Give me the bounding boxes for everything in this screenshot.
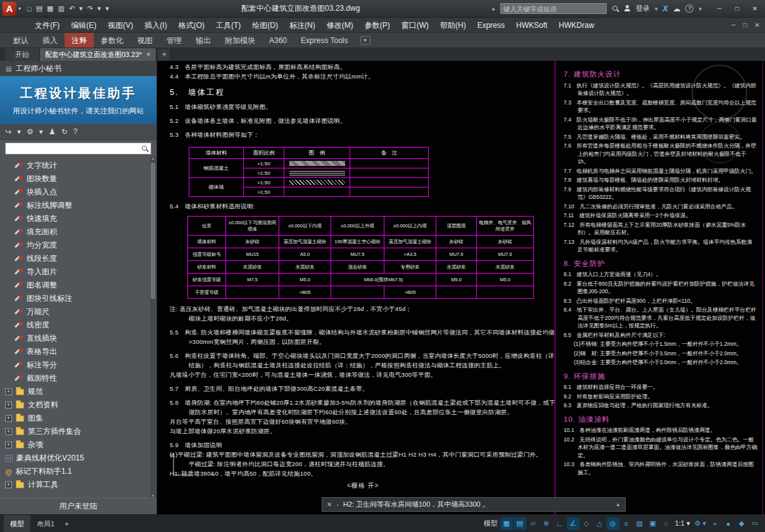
dynamic-input-icon[interactable]: ⊕ [540,517,553,530]
clean-screen-icon[interactable]: ▭ [749,517,761,530]
sign-in-caret-icon[interactable]: ▾ [655,6,658,12]
annotation-monitor-icon[interactable]: + [709,517,721,530]
tree-folder-item[interactable]: + 文档资料 [0,398,156,412]
tree-tool-item[interactable]: 直线插块 [0,332,156,345]
redo-caret-icon[interactable]: ▾ [98,4,101,13]
menu-item[interactable]: 文件(F) [29,18,65,33]
expand-plus-icon[interactable]: + [5,481,12,488]
menu-item[interactable]: 参数(P) [359,18,396,33]
settings-caret-icon[interactable]: ▾ [39,127,43,136]
user-login-icon[interactable]: ♟ [49,127,56,136]
plot-icon[interactable]: ▥ [58,4,64,13]
open-file-icon[interactable]: ▤ [36,4,42,13]
tree-folder-item[interactable]: + 杂项 [0,438,156,452]
selection-cycling-icon[interactable]: ▣ [647,517,659,530]
scroll-down-icon[interactable]: ▼ [150,494,156,498]
isolate-objects-icon[interactable]: ● [722,517,735,530]
tree-tool-item[interactable]: 线段长度 [0,252,156,265]
tree-folder-calc[interactable]: + 计算工具 [0,478,156,491]
isometric-drafting-icon[interactable]: ◇ [580,517,593,530]
tree-tool-item[interactable]: 填充面积 [0,225,156,239]
workspace-gear-button[interactable]: ⚙ ▾ [693,517,708,530]
tree-tool-item[interactable]: 图块引线标注 [0,292,156,305]
new-file-icon[interactable]: □ [27,5,32,13]
tree-tool-item[interactable]: 标注等分 [0,358,156,372]
menu-item[interactable]: 编辑(E) [65,18,102,33]
qat-dropdown-icon[interactable]: ▾ [105,4,109,13]
ortho-mode-icon[interactable]: ∟ [553,517,566,530]
close-button[interactable]: ✕ [746,2,764,16]
command-input[interactable]: H2: 卫生间等有水房间墙100，其中墙高3300 。 [343,500,611,509]
graphics-performance-icon[interactable]: ◆ [735,517,748,530]
lineweight-icon[interactable]: ≡ [620,517,633,530]
sidebar-banner[interactable]: 工程设计最佳助手 用设计师小秘书软件，请关注我们的网站 [0,76,156,124]
menu-item[interactable]: HWKSoft [510,18,553,33]
scroll-up-icon[interactable]: ▲ [150,156,156,160]
sidebar-scrollbar[interactable]: ▲ ▼ [150,156,156,498]
minimize-button[interactable]: ─ [711,2,728,16]
tab-drawing[interactable]: 配套中心建筑立面改造图03.23* ✕ [40,48,156,61]
doc-minimize-button[interactable]: ─ [731,22,735,28]
tree-tool-item[interactable]: 导入图片 [0,265,156,279]
doc-close-button[interactable]: ✕ [755,22,760,28]
tree-tool-item[interactable]: 均分宽度 [0,239,156,252]
undo-caret-icon[interactable]: ▾ [79,4,83,13]
menu-item[interactable]: 修改(M) [321,18,359,33]
ribbon-tab[interactable]: Express Tools [294,33,355,48]
menu-item[interactable]: HWKDraw [553,18,600,33]
help-icon[interactable]: ? [73,127,78,136]
layout-tab[interactable]: 布局1 [30,515,61,532]
tab-close-icon[interactable]: ✕ [146,51,151,58]
ribbon-tab[interactable]: 参数化 [94,33,130,48]
tree-tool-item[interactable]: 图名调整 [0,279,156,292]
object-snap-icon[interactable]: ◎ [607,517,619,530]
tree-folder-item[interactable]: + 第三方插件集合 [0,425,156,438]
ribbon-tab[interactable]: 管理 [160,33,189,48]
command-history-caret-icon[interactable]: ▲ [616,502,621,507]
object-snap-tracking-icon[interactable]: △ [593,517,606,530]
menu-item[interactable]: 视图(V) [102,18,139,33]
tree-tool-item[interactable]: 标注线脚调整 [0,199,156,212]
doc-restore-button[interactable]: □ [743,22,747,28]
a360-x-icon[interactable]: X [662,4,667,13]
ribbon-collapse-button[interactable]: ▾ [360,36,370,45]
ribbon-tab[interactable]: 视图 [130,33,160,48]
help-search-box[interactable] [500,3,607,14]
scrollbar-thumb[interactable] [151,163,155,299]
tree-tool-item[interactable]: 截面特性 [0,372,156,385]
expand-plus-icon[interactable]: + [5,428,12,435]
expand-plus-icon[interactable]: + [5,388,12,395]
ribbon-tab[interactable]: 默认 [6,33,35,48]
plugin-search-input[interactable] [8,144,141,152]
app-logo-button[interactable]: A ▾ [0,0,25,18]
ribbon-tab[interactable]: 附加模块 [218,33,262,48]
dock-toggle-icon[interactable]: ↪ [5,127,11,136]
settings-gear-icon[interactable]: ⚙ [27,127,34,136]
snap-mode-icon[interactable]: ▤ [514,517,526,530]
command-line-bar[interactable]: ✕ - H2: 卫生间等有水房间墙100，其中墙高3300 。 ▲ [322,497,626,512]
cloud-icon[interactable]: ☁ [673,4,680,13]
model-space-button[interactable]: 模型 [482,517,500,530]
layout-tab[interactable]: + [61,515,72,532]
help-icon[interactable]: ? [685,4,693,13]
tree-folder-item[interactable]: + 图集 [0,412,156,425]
tree-tool-item[interactable]: 表格导出 [0,345,156,358]
redo-icon[interactable]: ↷ [87,4,93,13]
save-icon[interactable]: ▦ [47,4,53,13]
help-caret-icon[interactable]: ▾ [699,6,702,12]
menu-item[interactable]: Express [472,18,510,33]
menu-item[interactable]: 工具(T) [210,18,246,33]
menu-item[interactable]: 插入(I) [139,18,172,33]
menu-item[interactable]: 帮助(H) [434,18,472,33]
expand-plus-icon[interactable]: + [5,402,12,408]
menu-item[interactable]: 窗口(W) [396,18,434,33]
tree-tool-item[interactable]: 文字统计 [0,159,156,172]
ribbon-tab[interactable]: 插入 [35,33,65,48]
tab-start[interactable]: 开始 [5,48,40,61]
annotation-scale-button[interactable]: 1:1 ▾ [673,517,692,530]
tree-item-biaoji[interactable]: @ 标记下料助手1.1 [0,465,156,478]
ribbon-tab[interactable]: 输出 [189,33,218,48]
search-icon[interactable] [141,145,148,152]
menu-item[interactable]: 标注(N) [284,18,321,33]
ribbon-tab[interactable]: 注释 [65,33,94,48]
